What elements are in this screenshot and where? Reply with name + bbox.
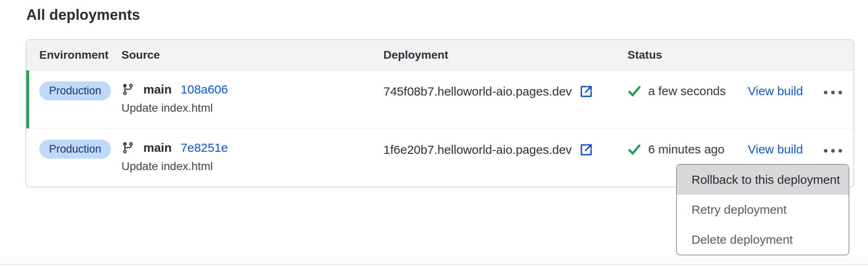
table-row: Production main 108a606 Update index.htm…	[26, 70, 853, 129]
table-header-row: Environment Source Deployment Status	[26, 40, 853, 70]
menu-item-delete[interactable]: Delete deployment	[677, 225, 849, 255]
status-text: a few seconds	[648, 84, 726, 98]
external-link-icon[interactable]	[579, 143, 594, 157]
deployment-url: 745f08b7.helloworld-aio.pages.dev	[383, 85, 572, 98]
status-text: 6 minutes ago	[648, 143, 724, 156]
ellipsis-icon	[824, 91, 828, 94]
ellipsis-icon	[824, 149, 828, 153]
commit-link[interactable]: 108a606	[181, 83, 228, 96]
column-header-deployment: Deployment	[383, 49, 628, 62]
more-actions-button[interactable]	[822, 147, 844, 154]
menu-item-retry[interactable]: Retry deployment	[677, 195, 849, 225]
commit-message: Update index.html	[121, 160, 383, 173]
deployment-actions-menu: Rollback to this deployment Retry deploy…	[676, 164, 849, 255]
deployment-url: 1f6e20b7.helloworld-aio.pages.dev	[383, 143, 572, 157]
menu-item-rollback[interactable]: Rollback to this deployment	[677, 165, 849, 195]
view-build-link[interactable]: View build	[748, 84, 803, 98]
branch-name: main	[143, 83, 172, 96]
environment-badge: Production	[39, 140, 111, 159]
commit-link[interactable]: 7e8251e	[181, 141, 228, 155]
column-header-source: Source	[121, 49, 383, 62]
git-branch-icon	[121, 141, 134, 154]
column-header-environment: Environment	[39, 49, 121, 62]
view-build-link[interactable]: View build	[748, 143, 803, 156]
success-check-icon	[628, 143, 641, 156]
environment-badge: Production	[39, 81, 111, 100]
column-header-status: Status	[628, 49, 748, 62]
branch-name: main	[143, 141, 172, 155]
more-actions-button[interactable]	[822, 89, 844, 96]
git-branch-icon	[121, 83, 134, 96]
page-bottom-divider	[0, 258, 868, 265]
commit-message: Update index.html	[121, 102, 383, 115]
page-title: All deployments	[26, 6, 140, 23]
success-check-icon	[628, 84, 641, 98]
external-link-icon[interactable]	[579, 84, 594, 99]
